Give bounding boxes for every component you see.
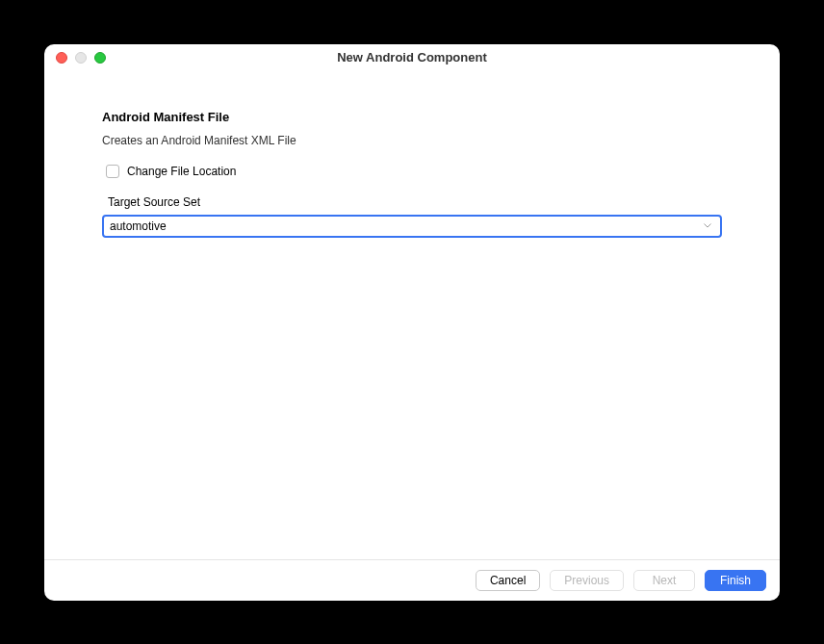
window-title: New Android Component — [337, 50, 487, 64]
cancel-button[interactable]: Cancel — [476, 570, 540, 591]
minimize-icon[interactable] — [75, 52, 87, 64]
chevron-down-icon — [703, 221, 712, 231]
change-file-location-label: Change File Location — [127, 165, 236, 178]
dialog-window: New Android Component Android Manifest F… — [44, 44, 780, 601]
change-file-location-checkbox[interactable] — [106, 165, 119, 178]
maximize-icon[interactable] — [94, 52, 106, 64]
change-file-location-row: Change File Location — [106, 165, 722, 178]
traffic-lights — [56, 52, 106, 64]
page-heading: Android Manifest File — [102, 110, 722, 124]
target-source-set-value: automotive — [110, 219, 167, 233]
page-description: Creates an Android Manifest XML File — [102, 134, 722, 147]
target-source-set-select[interactable]: automotive — [102, 215, 722, 238]
close-icon[interactable] — [56, 52, 67, 64]
previous-button: Previous — [550, 570, 624, 591]
next-button: Next — [633, 570, 695, 591]
target-source-set-label: Target Source Set — [108, 195, 722, 209]
content-area: Android Manifest File Creates an Android… — [44, 71, 780, 559]
footer: Cancel Previous Next Finish — [44, 559, 780, 601]
finish-button[interactable]: Finish — [705, 570, 766, 591]
titlebar: New Android Component — [44, 44, 780, 71]
